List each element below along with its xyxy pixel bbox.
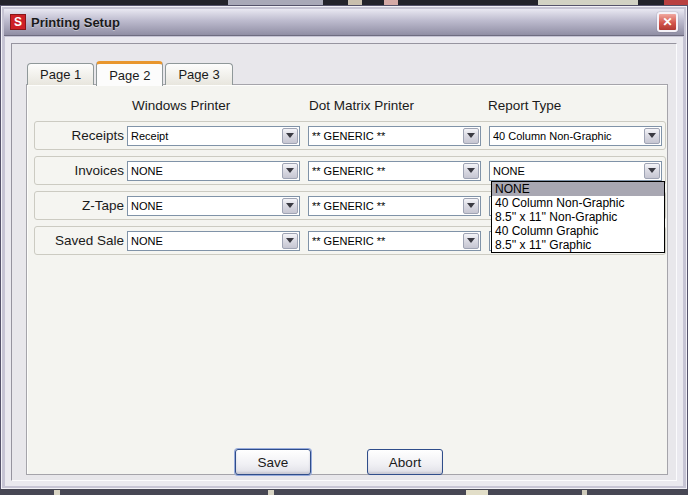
invoices-dot-matrix-printer-select[interactable]: ** GENERIC ** xyxy=(308,161,481,181)
tab-page-content: Windows Printer Dot Matrix Printer Repor… xyxy=(26,84,668,475)
dropdown-option-85x11-non-graphic[interactable]: 8.5'' x 11'' Non-Graphic xyxy=(492,210,664,224)
row-receipts: Receipts Receipt ** GENERIC ** 40 Column… xyxy=(34,121,666,150)
chevron-down-icon[interactable] xyxy=(282,233,298,249)
chevron-down-icon[interactable] xyxy=(282,163,298,179)
row-label: Receipts xyxy=(35,128,127,143)
saved-sale-windows-printer-select[interactable]: NONE xyxy=(127,231,300,251)
taskbar-fragment xyxy=(268,490,274,495)
z-tape-windows-printer-select[interactable]: NONE xyxy=(127,196,300,216)
window-title: Printing Setup xyxy=(31,15,657,30)
combo-value: NONE xyxy=(131,162,279,180)
report-type-dropdown-list: NONE 40 Column Non-Graphic 8.5'' x 11'' … xyxy=(491,181,665,253)
abort-button[interactable]: Abort xyxy=(367,449,443,475)
dropdown-option-40-column-non-graphic[interactable]: 40 Column Non-Graphic xyxy=(492,196,664,210)
app-icon: S xyxy=(10,14,26,30)
chevron-down-icon[interactable] xyxy=(463,163,479,179)
combo-value: ** GENERIC ** xyxy=(312,197,460,215)
combo-value: NONE xyxy=(131,232,279,250)
saved-sale-dot-matrix-printer-select[interactable]: ** GENERIC ** xyxy=(308,231,481,251)
combo-value: ** GENERIC ** xyxy=(312,232,460,250)
tab-page-2[interactable]: Page 2 xyxy=(96,61,163,86)
taskbar-fragment xyxy=(466,490,488,495)
combo-value: 40 Column Non-Graphic xyxy=(493,127,641,145)
dropdown-option-85x11-graphic[interactable]: 8.5'' x 11'' Graphic xyxy=(492,238,664,252)
screen: S Printing Setup ✕ Page 1 Page 2 Page 3 … xyxy=(0,0,688,495)
save-button[interactable]: Save xyxy=(235,449,311,475)
taskbar-strip xyxy=(0,489,688,495)
tab-page-1[interactable]: Page 1 xyxy=(27,63,94,85)
combo-value: ** GENERIC ** xyxy=(312,127,460,145)
receipts-windows-printer-select[interactable]: Receipt xyxy=(127,126,300,146)
receipts-dot-matrix-printer-select[interactable]: ** GENERIC ** xyxy=(308,126,481,146)
row-label: Z-Tape xyxy=(35,198,127,213)
invoices-report-type-select[interactable]: NONE xyxy=(489,161,662,181)
tab-page-3[interactable]: Page 3 xyxy=(165,63,232,85)
combo-value: Receipt xyxy=(131,127,279,145)
combo-value: ** GENERIC ** xyxy=(312,162,460,180)
dialog-client-area: Page 1 Page 2 Page 3 Windows Printer Dot… xyxy=(5,37,683,486)
combo-value: NONE xyxy=(131,197,279,215)
taskbar-fragment xyxy=(54,490,60,495)
z-tape-dot-matrix-printer-select[interactable]: ** GENERIC ** xyxy=(308,196,481,216)
receipts-report-type-select[interactable]: 40 Column Non-Graphic xyxy=(489,126,662,146)
chevron-down-icon[interactable] xyxy=(282,198,298,214)
title-bar[interactable]: S Printing Setup ✕ xyxy=(4,9,684,36)
chevron-down-icon[interactable] xyxy=(644,163,660,179)
row-label: Saved Sale xyxy=(35,233,127,248)
chevron-down-icon[interactable] xyxy=(644,128,660,144)
row-label: Invoices xyxy=(35,163,127,178)
close-button[interactable]: ✕ xyxy=(657,12,678,32)
dropdown-option-none[interactable]: NONE xyxy=(492,182,664,196)
dropdown-option-40-column-graphic[interactable]: 40 Column Graphic xyxy=(492,224,664,238)
chevron-down-icon[interactable] xyxy=(463,198,479,214)
invoices-windows-printer-select[interactable]: NONE xyxy=(127,161,300,181)
combo-value: NONE xyxy=(493,162,641,180)
content-panel: Page 1 Page 2 Page 3 Windows Printer Dot… xyxy=(11,43,677,481)
column-header-windows-printer: Windows Printer xyxy=(132,98,230,113)
tab-bar: Page 1 Page 2 Page 3 xyxy=(27,60,235,85)
chevron-down-icon[interactable] xyxy=(463,128,479,144)
column-header-report-type: Report Type xyxy=(488,98,561,113)
chevron-down-icon[interactable] xyxy=(282,128,298,144)
taskbar-fragment xyxy=(582,490,587,495)
printing-setup-window: S Printing Setup ✕ Page 1 Page 2 Page 3 … xyxy=(0,5,688,490)
column-header-dot-matrix-printer: Dot Matrix Printer xyxy=(309,98,414,113)
chevron-down-icon[interactable] xyxy=(463,233,479,249)
